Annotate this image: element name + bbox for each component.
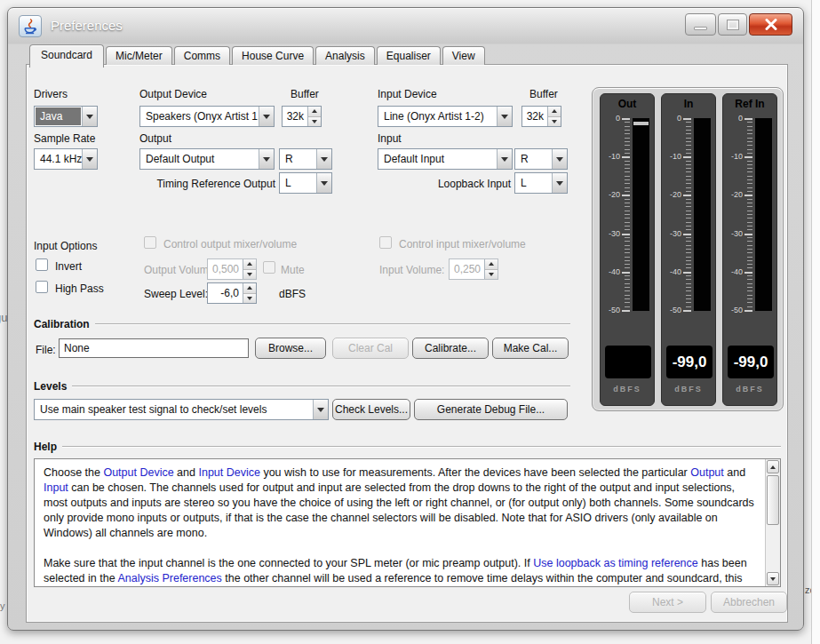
chevron-down-icon[interactable] xyxy=(552,173,567,193)
output-buffer-spinner[interactable]: 32k xyxy=(282,106,322,127)
tab-soundcard[interactable]: Soundcard xyxy=(29,44,104,68)
chevron-down-icon[interactable] xyxy=(497,149,512,169)
meter-major-tick xyxy=(744,272,752,274)
sample-rate-combo[interactable]: 44.1 kHz xyxy=(34,148,98,170)
soundcard-tab-panel: Drivers Output Device Buffer Input Devic… xyxy=(26,64,788,623)
chevron-down-icon[interactable] xyxy=(82,107,97,126)
chevron-down-icon[interactable] xyxy=(259,107,274,126)
meter-major-tick xyxy=(744,234,752,235)
sweep-level-unit-label: dBFS xyxy=(279,288,306,300)
meter-major-tick xyxy=(622,234,630,235)
window-title: Preferences xyxy=(51,18,123,33)
scroll-down-icon[interactable] xyxy=(767,572,779,585)
tab-view[interactable]: View xyxy=(442,46,485,65)
chevron-down-icon[interactable] xyxy=(313,400,328,419)
input-options-label: Input Options xyxy=(34,240,97,252)
browse-button[interactable]: Browse... xyxy=(255,338,326,359)
spinner-up-icon[interactable] xyxy=(548,107,561,117)
spinner-down-icon[interactable] xyxy=(548,117,561,127)
output-combo[interactable]: Default Output xyxy=(139,148,275,170)
input-buffer-label: Buffer xyxy=(529,88,558,100)
close-button[interactable] xyxy=(749,13,792,36)
sweep-level-spinner[interactable]: -6,0 xyxy=(207,282,257,304)
scroll-up-icon[interactable] xyxy=(767,460,779,473)
chevron-down-icon[interactable] xyxy=(316,149,331,169)
meter-tick-label: -50 xyxy=(601,306,620,314)
input-label: Input xyxy=(378,132,402,145)
chevron-down-icon[interactable] xyxy=(82,149,97,169)
make-cal-button[interactable]: Make Cal... xyxy=(492,338,569,359)
out-meter-peak-indicator xyxy=(633,122,649,125)
meter-major-tick xyxy=(683,310,691,312)
spinner-up-icon[interactable] xyxy=(308,107,321,117)
chevron-down-icon[interactable] xyxy=(552,149,567,169)
tab-mic-meter[interactable]: Mic/Meter xyxy=(106,46,172,65)
tab-equaliser[interactable]: Equaliser xyxy=(377,46,441,65)
output-buffer-label: Buffer xyxy=(291,88,319,100)
meter-major-tick xyxy=(622,272,630,274)
input-device-combo[interactable]: Line (Onyx Artist 1-2) xyxy=(378,106,513,127)
help-link[interactable]: Output Device xyxy=(103,466,173,479)
scrollbar-thumb[interactable] xyxy=(767,475,779,525)
check-levels-button[interactable]: Check Levels... xyxy=(332,399,410,420)
levels-signal-combo[interactable]: Use main speaker test signal to check/se… xyxy=(34,399,329,420)
out-meter-scale: 0-10-20-30-40-50 xyxy=(601,118,654,310)
tab-house-curve[interactable]: House Curve xyxy=(232,46,314,65)
meter-major-tick xyxy=(683,234,691,235)
ref-in-meter-scale: 0-10-20-30-40-50 xyxy=(723,118,776,310)
control-input-mixer-checkbox xyxy=(379,236,392,249)
meter-major-tick xyxy=(622,156,630,158)
maximize-button[interactable] xyxy=(718,13,747,36)
input-combo[interactable]: Default Input xyxy=(378,148,513,170)
help-section-header: Help xyxy=(34,441,781,453)
spinner-up-icon xyxy=(243,259,256,270)
help-link[interactable]: Input xyxy=(44,481,68,494)
help-link[interactable]: Use loopback as timing reference xyxy=(533,557,698,569)
meter-tick-label: 0 xyxy=(662,114,681,123)
meter-tick-label: -20 xyxy=(662,190,681,199)
high-pass-checkbox[interactable] xyxy=(36,281,48,293)
tab-analysis[interactable]: Analysis xyxy=(315,46,375,65)
drivers-combo[interactable]: Java xyxy=(34,106,98,127)
output-device-combo[interactable]: Speakers (Onyx Artist 1... xyxy=(139,106,275,127)
meter-major-tick xyxy=(622,118,630,120)
output-channel-combo[interactable]: R xyxy=(279,148,332,170)
background-text-fragment: y xyxy=(0,600,5,611)
chevron-down-icon[interactable] xyxy=(316,173,331,193)
help-text: Choose the Output Device and Input Devic… xyxy=(35,459,765,586)
input-buffer-spinner[interactable]: 32k xyxy=(521,106,561,127)
drivers-label: Drivers xyxy=(34,88,68,100)
in-meter-readout: -99,0 xyxy=(666,346,713,378)
help-link[interactable]: Output xyxy=(690,466,724,479)
calibrate-button[interactable]: Calibrate... xyxy=(412,338,489,359)
spinner-down-icon xyxy=(485,270,498,280)
help-scrollbar[interactable] xyxy=(765,459,780,586)
timing-reference-output-combo[interactable]: L xyxy=(279,172,332,194)
minimize-button[interactable] xyxy=(685,13,716,36)
generate-debug-file-button[interactable]: Generate Debug File... xyxy=(414,399,568,420)
calibration-file-field[interactable]: None xyxy=(59,338,249,358)
mute-label: Mute xyxy=(281,264,305,276)
java-app-icon xyxy=(19,15,42,37)
tab-comms[interactable]: Comms xyxy=(174,46,230,65)
help-link[interactable]: Analysis Preferences xyxy=(117,572,221,584)
high-pass-label: High Pass xyxy=(55,282,104,295)
help-paragraph: Choose the Output Device and Input Devic… xyxy=(44,465,758,541)
cancel-button: Abbrechen xyxy=(711,592,787,613)
spinner-down-icon[interactable] xyxy=(243,294,256,304)
title-bar[interactable]: Preferences xyxy=(8,8,803,44)
meter-tick-label: -10 xyxy=(662,152,681,161)
input-channel-combo[interactable]: R xyxy=(514,148,568,170)
timing-reference-output-label: Timing Reference Output xyxy=(139,178,275,190)
meter-major-tick xyxy=(683,195,691,196)
meter-major-tick xyxy=(744,156,752,158)
help-link[interactable]: Input Device xyxy=(198,466,259,479)
spinner-down-icon[interactable] xyxy=(308,117,321,127)
chevron-down-icon[interactable] xyxy=(497,107,512,126)
spinner-up-icon[interactable] xyxy=(243,283,256,294)
meter-major-tick xyxy=(744,118,752,120)
spinner-down-icon xyxy=(243,270,256,280)
invert-checkbox[interactable] xyxy=(36,258,48,271)
chevron-down-icon[interactable] xyxy=(259,149,274,169)
loopback-input-combo[interactable]: L xyxy=(514,172,568,194)
